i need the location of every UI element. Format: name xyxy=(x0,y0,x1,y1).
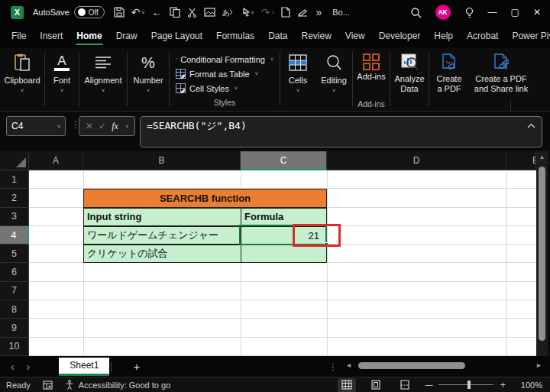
touch-mouse-mode-icon[interactable]: ˅ xyxy=(241,8,254,18)
row-header-10[interactable]: 10 xyxy=(0,338,29,356)
column-header-B[interactable]: B xyxy=(83,151,241,170)
tab-help[interactable]: Help xyxy=(427,26,460,47)
normal-view-button[interactable] xyxy=(338,378,356,392)
cells-group[interactable]: Cells ˅ xyxy=(280,47,315,111)
horizontal-scrollbar[interactable]: ◄ ► xyxy=(345,361,542,370)
cut-icon[interactable] xyxy=(187,8,197,18)
row-header-9[interactable]: 9 xyxy=(0,319,29,337)
screen-clip-icon[interactable] xyxy=(204,8,215,18)
minimize-button[interactable]: — xyxy=(488,7,497,18)
row-header-2[interactable]: 2 xyxy=(0,189,29,207)
page-layout-view-button[interactable] xyxy=(367,378,385,392)
row-header-3[interactable]: 3 xyxy=(0,208,29,226)
zoom-in-icon[interactable]: + xyxy=(500,379,506,390)
tab-review[interactable]: Review xyxy=(294,26,338,47)
copy-icon[interactable] xyxy=(170,7,180,18)
row-header-1[interactable]: 1 xyxy=(0,170,29,189)
scroll-right-icon[interactable]: ► xyxy=(535,361,542,369)
cell-B3[interactable]: Input string xyxy=(83,208,241,226)
scroll-up-icon[interactable]: ▲ xyxy=(536,154,548,160)
phonetic-guide-icon[interactable]: あ xyxy=(222,8,234,18)
next-sheet-icon[interactable]: › xyxy=(27,361,31,373)
column-header-D[interactable]: D xyxy=(327,151,506,170)
tab-formulas[interactable]: Formulas xyxy=(209,26,261,47)
create-pdf-button[interactable]: Createa PDF xyxy=(429,47,469,111)
add-sheet-icon[interactable]: + xyxy=(133,360,140,373)
analyze-data-button[interactable]: AnalyzeData xyxy=(390,47,429,111)
row-header-8[interactable]: 8 xyxy=(0,300,29,319)
collapse-formula-bar-icon[interactable] xyxy=(527,121,535,130)
macro-record-icon[interactable] xyxy=(43,381,53,390)
cell-styles-button[interactable]: Cell Styles˅ xyxy=(176,81,273,96)
addins-group[interactable]: Add-ins Add-ins xyxy=(353,47,390,111)
conditional-formatting-button[interactable]: Conditional Formatting˅ xyxy=(176,52,273,66)
tab-acrobat[interactable]: Acrobat xyxy=(460,26,505,47)
confirm-entry-icon[interactable]: ✓ xyxy=(99,121,106,131)
tab-home[interactable]: Home xyxy=(70,26,108,47)
zoom-level[interactable]: 100% xyxy=(516,381,542,390)
back-icon[interactable]: ← xyxy=(152,7,163,18)
lightbulb-icon[interactable] xyxy=(464,7,474,18)
tab-page-layout[interactable]: Page Layout xyxy=(144,26,209,47)
qat-overflow-icon[interactable]: » xyxy=(315,7,322,18)
editing-group[interactable]: Editing ˅ xyxy=(315,47,352,111)
search-icon[interactable] xyxy=(410,7,422,18)
autosave-toggle[interactable]: Off xyxy=(74,6,105,18)
zoom-slider-thumb[interactable] xyxy=(467,381,471,389)
row-header-5[interactable]: 5 xyxy=(0,245,29,263)
page-break-view-button[interactable] xyxy=(396,378,414,392)
redo-icon[interactable]: ↷˅ xyxy=(261,7,275,18)
horizontal-scroll-thumb[interactable] xyxy=(358,362,465,369)
create-pdf-share-button[interactable]: Create a PDFand Share link xyxy=(469,47,533,111)
draw-tool-icon[interactable] xyxy=(297,8,309,18)
column-header-C[interactable]: C xyxy=(241,151,327,170)
name-box[interactable]: C4 ˅ xyxy=(6,116,66,136)
cell-B5[interactable]: クリケットの試合 xyxy=(83,245,241,263)
formula-input[interactable]: =SEARCHB("ジ",B4) xyxy=(140,116,542,147)
tab-developer[interactable]: Developer xyxy=(372,26,428,47)
sheet-tab-sheet1[interactable]: Sheet1 xyxy=(59,358,109,376)
column-header-E[interactable]: E xyxy=(506,151,536,170)
close-button[interactable]: ✕ xyxy=(533,7,541,18)
prev-sheet-icon[interactable]: ‹ xyxy=(11,361,15,373)
autosave-control[interactable]: AutoSave Off xyxy=(33,6,105,18)
zoom-out-icon[interactable]: — xyxy=(425,381,432,389)
maximize-button[interactable]: ▢ xyxy=(511,7,519,18)
workbook-title[interactable]: Bo... xyxy=(332,8,350,17)
row-header-4[interactable]: 4 xyxy=(0,226,29,245)
number-group[interactable]: % Number ˅ xyxy=(128,47,169,111)
cell-C5[interactable] xyxy=(241,245,327,263)
cell-B2-table-title[interactable]: SEARCHB function xyxy=(83,189,327,207)
column-header-A[interactable]: A xyxy=(29,151,83,170)
vertical-scroll-thumb[interactable] xyxy=(539,167,545,341)
alignment-group[interactable]: Alignment ˅ xyxy=(79,47,127,111)
vertical-scrollbar[interactable]: ▲ ▼ xyxy=(536,151,548,365)
row-header-7[interactable]: 7 xyxy=(0,282,29,300)
undo-icon[interactable]: ↶˅ xyxy=(131,7,145,18)
insert-function-icon[interactable]: fx xyxy=(112,121,118,132)
accessibility-status[interactable]: Accessibility: Good to go xyxy=(79,381,170,390)
account-avatar[interactable]: AK xyxy=(435,5,451,20)
cell-area[interactable]: SEARCHB function Input string Formula ワー… xyxy=(29,170,536,356)
row-header-6[interactable]: 6 xyxy=(0,263,29,281)
format-as-table-button[interactable]: Format as Table˅ xyxy=(176,66,273,81)
font-group[interactable]: A Font ˅ xyxy=(45,47,79,111)
cell-C4-selected[interactable]: 21 xyxy=(241,226,327,245)
tab-view[interactable]: View xyxy=(338,26,372,47)
cancel-entry-icon[interactable]: ✕ xyxy=(86,121,93,131)
cell-B4[interactable]: ワールドゲームチェンジャー xyxy=(83,226,241,245)
fx-chevron-icon[interactable]: ˅ xyxy=(125,124,128,129)
save-icon[interactable] xyxy=(114,7,125,18)
new-file-icon[interactable] xyxy=(281,7,290,18)
tab-file[interactable]: File xyxy=(5,26,33,47)
scroll-left-icon[interactable]: ◄ xyxy=(345,361,352,369)
tab-data[interactable]: Data xyxy=(261,26,294,47)
tab-insert[interactable]: Insert xyxy=(33,26,70,47)
fill-handle[interactable] xyxy=(324,242,328,247)
accessibility-icon[interactable] xyxy=(65,380,74,390)
clipboard-group[interactable]: Clipboard ˅ xyxy=(0,47,44,111)
cell-C3[interactable]: Formula xyxy=(241,208,327,226)
tab-draw[interactable]: Draw xyxy=(109,26,144,47)
tabbar-dots[interactable]: ⋮ xyxy=(328,361,338,372)
zoom-slider[interactable] xyxy=(438,384,493,385)
